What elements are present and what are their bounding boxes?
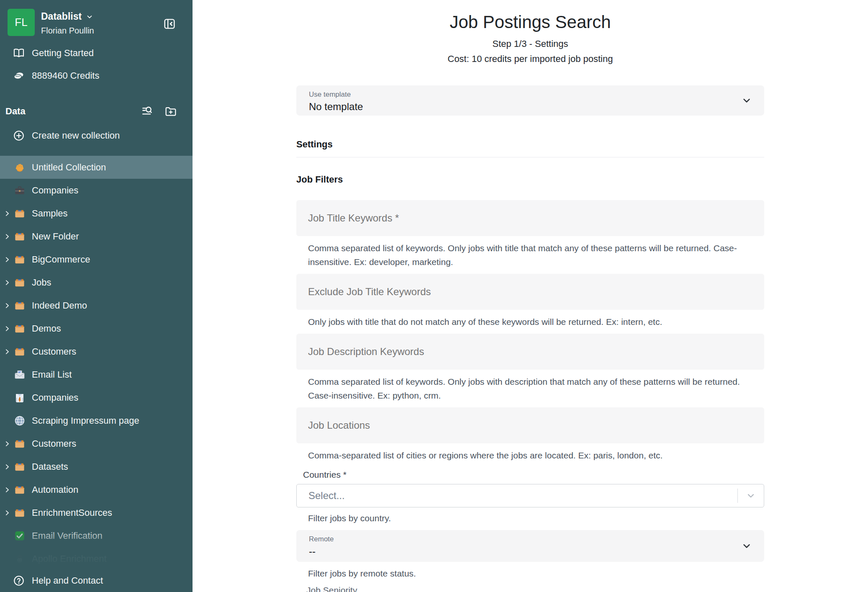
sidebar-item-label: Automation xyxy=(32,484,78,495)
collections-list: Untitled CollectionCompaniesSamplesNew F… xyxy=(0,156,193,570)
remote-select[interactable]: Remote -- xyxy=(296,530,764,562)
sidebar-header: FL Datablist Florian Poullin xyxy=(0,0,193,42)
countries-help: Filter jobs by country. xyxy=(296,513,764,523)
data-section-title: Data xyxy=(5,106,131,117)
envelope-icon xyxy=(13,368,26,381)
exclude-job-title-keywords-input[interactable] xyxy=(296,274,764,310)
check-icon xyxy=(13,530,26,542)
sidebar-item-label: Scraping Impressum page xyxy=(32,415,139,426)
chevron-right-icon[interactable] xyxy=(3,348,11,355)
folder-icon xyxy=(13,345,26,358)
sidebar-item-enrichmentsources[interactable]: EnrichmentSources xyxy=(0,501,193,524)
sidebar-item-label: 8889460 Credits xyxy=(32,70,99,81)
remote-help: Filter jobs by remote status. xyxy=(296,569,764,579)
sidebar-item-label: Customers xyxy=(32,438,76,449)
chevron-right-icon[interactable] xyxy=(3,279,11,286)
sidebar-item-label: Jobs xyxy=(32,277,51,288)
sidebar-item-label: Customers xyxy=(32,346,76,357)
job-description-keywords-input[interactable] xyxy=(296,334,764,370)
sidebar-item-companies[interactable]: Companies xyxy=(0,179,193,202)
folder-icon xyxy=(13,230,26,243)
chevron-right-icon[interactable] xyxy=(3,325,11,332)
chevron-right-icon[interactable] xyxy=(3,463,11,471)
sidebar-item-getting-started[interactable]: Getting Started xyxy=(0,42,193,64)
countries-select[interactable]: Select... xyxy=(296,484,764,507)
job-description-keywords-help: Comma separated list of keywords. Only j… xyxy=(296,375,764,402)
chevron-down-icon xyxy=(86,13,93,21)
chevron-right-icon[interactable] xyxy=(3,509,11,517)
sidebar-item-new-folder[interactable]: New Folder xyxy=(0,225,193,248)
chevron-right-icon[interactable] xyxy=(3,486,11,494)
sidebar-item-label: Datasets xyxy=(32,461,68,472)
sidebar-item-bigcommerce[interactable]: BigCommerce xyxy=(0,248,193,271)
chevron-right-icon[interactable] xyxy=(3,440,11,448)
folder-icon xyxy=(13,207,26,220)
detective-icon xyxy=(13,553,26,565)
sidebar-item-samples[interactable]: Samples xyxy=(0,202,193,225)
field-group-exclude-job-title-keywords: Only jobs with title that do not match a… xyxy=(296,274,764,329)
workspace-name: Datablist xyxy=(41,11,82,22)
main-content: Job Postings Search Step 1/3 - Settings … xyxy=(193,0,868,592)
workspace-switcher[interactable]: Datablist xyxy=(41,11,93,22)
create-new-collection-button[interactable]: Create new collection xyxy=(0,126,193,146)
chevron-right-icon[interactable] xyxy=(3,210,11,217)
sidebar-item-customers[interactable]: Customers xyxy=(0,432,193,455)
page-title: Job Postings Search xyxy=(296,12,764,33)
folder-icon xyxy=(13,299,26,312)
sidebar-item-credits[interactable]: 8889460 Credits xyxy=(0,64,193,87)
chevron-right-icon[interactable] xyxy=(3,233,11,240)
chevron-right-icon[interactable] xyxy=(3,302,11,309)
field-group-job-title-keywords: Comma separated list of keywords. Only j… xyxy=(296,200,764,269)
new-folder-icon[interactable] xyxy=(164,105,177,118)
sidebar-item-label: Apollo Enrichment xyxy=(32,553,107,564)
job-title-keywords-input[interactable] xyxy=(296,200,764,236)
sidebar-item-label: Untitled Collection xyxy=(32,162,106,173)
job-locations-help: Comma-separated list of cities or region… xyxy=(296,448,764,462)
cost-info: Cost: 10 credits per imported job postin… xyxy=(296,54,764,64)
sidebar: FL Datablist Florian Poullin Getting Sta… xyxy=(0,0,193,592)
user-name: Florian Poullin xyxy=(41,26,94,36)
folder-icon xyxy=(13,322,26,335)
remote-label: Remote xyxy=(309,535,735,543)
sidebar-item-apollo-enrichment[interactable]: Apollo Enrichment xyxy=(0,547,193,570)
sidebar-item-label: New Folder xyxy=(32,231,79,242)
sidebar-item-label: Getting Started xyxy=(32,48,94,59)
sidebar-item-demos[interactable]: Demos xyxy=(0,317,193,340)
job-locations-input[interactable] xyxy=(296,407,764,443)
exclude-job-title-keywords-help: Only jobs with title that do not match a… xyxy=(296,315,764,329)
avatar: FL xyxy=(8,9,35,36)
job-title-keywords-help: Comma separated list of keywords. Only j… xyxy=(296,241,764,269)
job-filters-fields: Comma separated list of keywords. Only j… xyxy=(296,200,764,462)
sidebar-item-email-verification[interactable]: Email Verification xyxy=(0,524,193,547)
necktie-icon xyxy=(13,391,26,404)
sidebar-item-automation[interactable]: Automation xyxy=(0,478,193,501)
sidebar-item-email-list[interactable]: Email List xyxy=(0,363,193,386)
sidebar-item-companies[interactable]: Companies xyxy=(0,386,193,409)
folder-icon xyxy=(13,438,26,450)
sidebar-item-label: Email List xyxy=(32,369,72,380)
sidebar-item-untitled-collection[interactable]: Untitled Collection xyxy=(0,156,193,179)
sidebar-item-label: BigCommerce xyxy=(32,254,90,265)
use-template-select[interactable]: Use template No template xyxy=(296,85,764,116)
field-group-job-locations: Comma-separated list of cities or region… xyxy=(296,407,764,462)
sidebar-item-indeed-demo[interactable]: Indeed Demo xyxy=(0,294,193,317)
briefcase-icon xyxy=(13,184,26,197)
sidebar-item-jobs[interactable]: Jobs xyxy=(0,271,193,294)
sidebar-item-scraping-impressum-page[interactable]: Scraping Impressum page xyxy=(0,409,193,432)
chevron-down-icon xyxy=(741,540,752,552)
countries-placeholder: Select... xyxy=(308,490,345,502)
collapse-sidebar-button[interactable] xyxy=(162,17,177,31)
chevron-right-icon[interactable] xyxy=(3,256,11,263)
countries-label: Countries * xyxy=(296,470,764,480)
sidebar-item-datasets[interactable]: Datasets xyxy=(0,455,193,478)
sidebar-item-help-and-contact[interactable]: Help and Contact xyxy=(0,569,193,592)
chevron-down-icon xyxy=(738,490,764,501)
sidebar-item-customers[interactable]: Customers xyxy=(0,340,193,363)
step-indicator: Step 1/3 - Settings xyxy=(296,39,764,49)
use-template-label: Use template xyxy=(309,90,735,99)
divider xyxy=(296,157,764,157)
question-circle-icon xyxy=(13,574,25,587)
sidebar-item-label: Samples xyxy=(32,208,68,219)
sidebar-item-label: Indeed Demo xyxy=(32,300,87,311)
search-collections-icon[interactable] xyxy=(141,105,154,118)
